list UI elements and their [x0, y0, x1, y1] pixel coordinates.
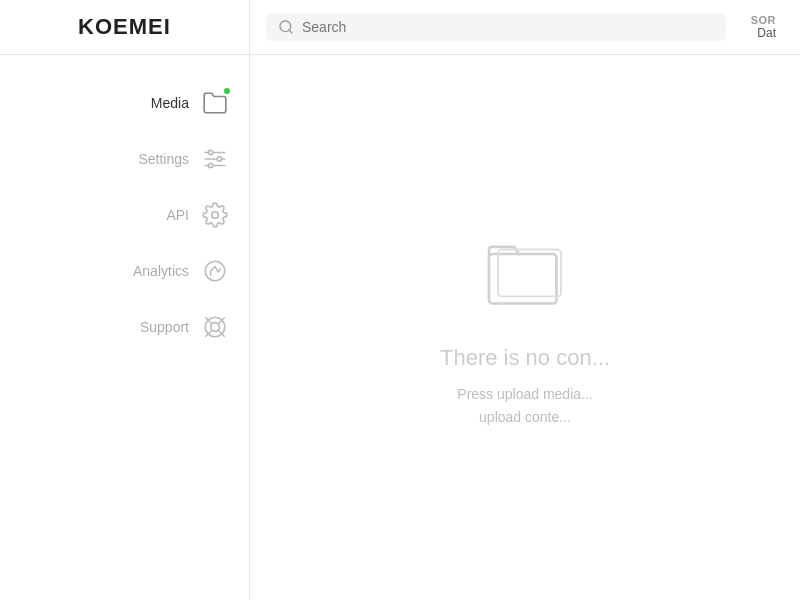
empty-folder-icon	[480, 227, 570, 321]
api-icon	[201, 201, 229, 229]
sidebar-item-settings[interactable]: Settings	[0, 131, 249, 187]
notification-dot	[222, 86, 232, 96]
svg-rect-17	[498, 250, 561, 297]
sidebar-label-settings: Settings	[138, 151, 189, 167]
analytics-icon	[201, 257, 229, 285]
header-main: SOR Dat	[250, 0, 800, 54]
svg-point-8	[212, 212, 219, 219]
settings-icon	[201, 145, 229, 173]
body: Media Settings	[0, 55, 800, 600]
sidebar-label-analytics: Analytics	[133, 263, 189, 279]
sidebar-header: KOEMEI	[0, 0, 250, 54]
sidebar: Media Settings	[0, 55, 250, 600]
sidebar-label-media: Media	[151, 95, 189, 111]
svg-point-9	[205, 261, 225, 281]
search-icon	[278, 19, 294, 35]
empty-title: There is no con...	[440, 345, 610, 371]
empty-desc-line2: upload conte...	[479, 409, 571, 425]
sidebar-label-api: API	[166, 207, 189, 223]
sort-value: Dat	[757, 26, 776, 40]
sidebar-label-support: Support	[140, 319, 189, 335]
sidebar-item-analytics[interactable]: Analytics	[0, 243, 249, 299]
svg-point-6	[217, 157, 221, 161]
logo: KOEMEI	[78, 14, 171, 40]
empty-description: Press upload media... upload conte...	[457, 383, 592, 428]
svg-point-5	[209, 150, 213, 154]
sidebar-item-api[interactable]: API	[0, 187, 249, 243]
sidebar-item-support[interactable]: Support	[0, 299, 249, 355]
search-box[interactable]	[266, 13, 726, 41]
header: KOEMEI SOR Dat	[0, 0, 800, 55]
main-content: There is no con... Press upload media...…	[250, 55, 800, 600]
sort-label: SOR	[751, 14, 776, 26]
empty-desc-line1: Press upload media...	[457, 386, 592, 402]
search-input[interactable]	[302, 19, 714, 35]
support-icon	[201, 313, 229, 341]
sidebar-item-media[interactable]: Media	[0, 75, 249, 131]
svg-point-11	[211, 323, 220, 332]
svg-point-7	[209, 163, 213, 167]
header-sort: SOR Dat	[751, 14, 784, 40]
svg-line-1	[289, 30, 292, 33]
folder-icon	[201, 89, 229, 117]
